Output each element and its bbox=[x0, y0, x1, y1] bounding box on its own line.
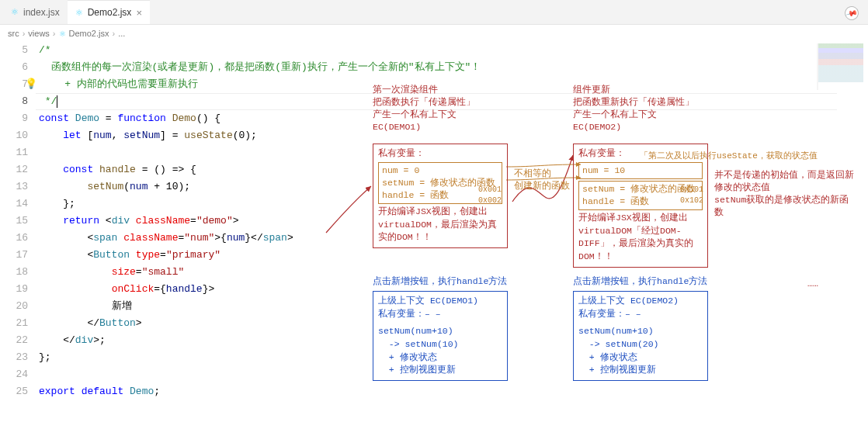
anno-text: 开始编译JSX视图，创建出virtualDOM，最后渲染为真实的DOM！！ bbox=[378, 206, 502, 244]
code-line[interactable]: export default Demo; bbox=[39, 383, 868, 400]
line-number: 10 bbox=[0, 127, 28, 144]
text-cursor bbox=[57, 95, 57, 108]
line-number: 22 bbox=[0, 332, 28, 349]
anno-right-box2: 上级上下文 EC(DEMO2) 私有变量：– – setNum(num+10) … bbox=[573, 291, 708, 381]
line-number: 5 bbox=[0, 42, 28, 59]
chevron-right-icon: › bbox=[53, 29, 56, 38]
line-number: 8 bbox=[0, 93, 28, 110]
line-number: 14 bbox=[0, 195, 28, 213]
anno-side-note: 并不是传递的初始值，而是返回新修改的状态值 setNum获取的是修改状态的新函数 bbox=[714, 169, 858, 219]
anno-text: 开始编译JSX视图，创建出virtualDOM「经过DOM-DIFF」，最后渲染… bbox=[578, 212, 703, 264]
react-icon: ⚛ bbox=[11, 7, 19, 17]
code-line[interactable]: <Button type="primary" bbox=[39, 247, 868, 264]
anno-left-click: 点击新增按钮，执行handle方法 bbox=[373, 275, 507, 288]
breadcrumb-item[interactable]: Demo2.jsx bbox=[69, 29, 109, 38]
react-icon: ⚛ bbox=[75, 8, 83, 18]
line-number: 13 bbox=[0, 178, 28, 195]
tab-index[interactable]: ⚛ index.jsx bbox=[3, 0, 68, 24]
line-number: 6 bbox=[0, 59, 28, 76]
line-number: 19 bbox=[0, 281, 28, 298]
close-icon[interactable]: × bbox=[136, 7, 142, 19]
anno-right-inner: num = 10 bbox=[578, 162, 703, 179]
tab-label: Demo2.jsx bbox=[88, 7, 132, 18]
line-number: 20 bbox=[0, 298, 28, 315]
anno-middle: 不相等的 创建新的函数 bbox=[514, 168, 570, 192]
gutter: 5678910111213141516171819202122232425 bbox=[0, 42, 39, 400]
line-number: 11 bbox=[0, 144, 28, 161]
tab-demo2[interactable]: ⚛ Demo2.jsx × bbox=[68, 0, 150, 24]
line-number: 16 bbox=[0, 230, 28, 247]
anno-text: 私有变量： bbox=[378, 147, 502, 161]
anno-left-header: 第一次渲染组件 把函数执行「传递属性」 产生一个私有上下文 EC(DEMO1) bbox=[373, 84, 475, 133]
anno-text: 上级上下文 EC(DEMO2) bbox=[578, 295, 703, 308]
breadcrumb: src › views › ⚛ Demo2.jsx › ... bbox=[0, 25, 868, 42]
react-icon: ⚛ bbox=[59, 29, 66, 38]
line-number: 24 bbox=[0, 366, 28, 383]
minimap[interactable] bbox=[817, 43, 863, 90]
chevron-right-icon: › bbox=[113, 29, 116, 38]
code-line[interactable]: /* bbox=[39, 42, 868, 59]
code-line[interactable]: 函数组件的每一次渲染(或者是更新)，都是把函数(重新)执行，产生一个全新的"私有… bbox=[39, 59, 868, 76]
anno-text: setNum(num+10) -> setNum(20) + 修改状态 + 控制… bbox=[578, 325, 703, 377]
anno-right-note: 「第二次及以后执行useState，获取的状态值 bbox=[640, 150, 818, 162]
line-number: 9 bbox=[0, 110, 28, 127]
anno-text: 私有变量：– – bbox=[578, 308, 703, 321]
line-number: 7 bbox=[0, 76, 28, 93]
anno-text: setNum(num+10) -> setNum(10) + 修改状态 + 控制… bbox=[378, 325, 502, 377]
line-number: 15 bbox=[0, 213, 28, 230]
line-number: 12 bbox=[0, 161, 28, 178]
line-number: 21 bbox=[0, 315, 28, 332]
line-number: 25 bbox=[0, 383, 28, 400]
tabs-bar: ⚛ index.jsx ⚛ Demo2.jsx × 📌 bbox=[0, 0, 868, 25]
line-number: 18 bbox=[0, 264, 28, 281]
anno-ellipsis: …… bbox=[807, 278, 818, 290]
anno-right-header: 组件更新 把函数重新执行「传递属性」 产生一个私有上下文 EC(DEMO2) bbox=[573, 84, 694, 133]
tab-label: index.jsx bbox=[23, 7, 60, 18]
anno-text: 私有变量：– – bbox=[378, 308, 502, 321]
lightbulb-icon[interactable]: 💡 bbox=[25, 78, 37, 90]
anno-right-click: 点击新增按钮，执行handle方法 bbox=[573, 275, 707, 288]
line-number: 17 bbox=[0, 247, 28, 264]
pin-icon[interactable]: 📌 bbox=[842, 4, 862, 23]
anno-text: 上级上下文 EC(DEMO1) bbox=[378, 295, 502, 308]
line-number: 23 bbox=[0, 349, 28, 366]
anno-addr: 0x001 0x002 bbox=[478, 185, 502, 206]
anno-addr: 0x101 0x102 bbox=[680, 185, 703, 206]
chevron-right-icon: › bbox=[23, 29, 26, 38]
breadcrumb-item[interactable]: views bbox=[28, 29, 50, 38]
breadcrumb-item[interactable]: src bbox=[8, 29, 19, 38]
anno-left-box2: 上级上下文 EC(DEMO1) 私有变量：– – setNum(num+10) … bbox=[373, 291, 508, 381]
breadcrumb-item[interactable]: ... bbox=[118, 29, 125, 38]
